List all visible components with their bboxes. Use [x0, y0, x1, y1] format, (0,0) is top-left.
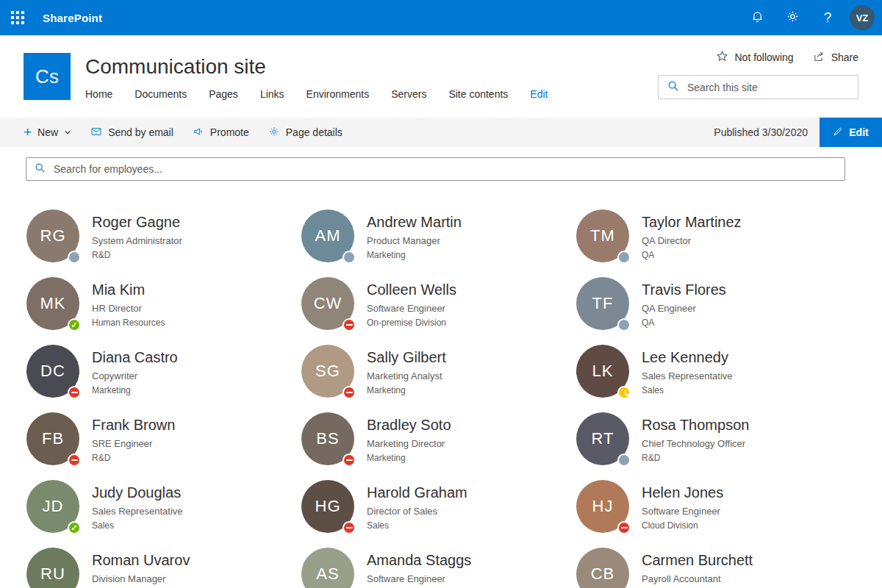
employee-card[interactable]: HJ Helen Jones Software Engineer Cloud D… [576, 480, 851, 548]
employee-card[interactable]: CW Colleen Wells Software Engineer On-pr… [301, 277, 576, 345]
presence-badge-icon [68, 251, 81, 264]
employee-card[interactable]: BS Bradley Soto Marketing Director Marke… [301, 412, 576, 480]
site-search-box[interactable] [658, 75, 858, 99]
employee-department: On-premise Division [367, 318, 456, 328]
site-header: Cs Communication site Home Documents Pag… [0, 35, 882, 118]
site-search-input[interactable] [687, 82, 858, 93]
employee-name: Lee Kennedy [642, 348, 733, 366]
employee-card[interactable]: LK Lee Kennedy Sales Representative Sale… [576, 345, 851, 412]
employee-name: Harold Graham [367, 484, 467, 501]
presence-badge-icon [343, 318, 356, 331]
plus-icon: + [24, 126, 32, 138]
nav-environments[interactable]: Environments [306, 88, 370, 100]
avatar: RU [26, 548, 79, 588]
employee-card[interactable]: FB Frank Brown SRE Engineer R&D [26, 412, 301, 480]
employee-department: R&D [92, 453, 175, 463]
share-button[interactable]: Share [813, 50, 858, 65]
employee-title: Director of Sales [367, 506, 467, 517]
employee-department: Sales [367, 520, 467, 531]
employee-name: Andrew Martin [367, 213, 462, 231]
edit-page-button[interactable]: Edit [820, 118, 882, 147]
employee-title: Sales Representative [92, 506, 183, 517]
presence-badge-icon [343, 251, 356, 264]
employee-department: Marketing [92, 385, 178, 395]
app-launcher-button[interactable] [0, 0, 35, 35]
employee-department: Marketing [367, 385, 446, 395]
employee-title: Copywriter [92, 370, 178, 381]
employee-title: QA Director [642, 235, 742, 246]
notifications-button[interactable] [739, 0, 775, 35]
avatar: CB [576, 548, 629, 588]
app-name: SharePoint [43, 12, 102, 24]
nav-documents[interactable]: Documents [135, 88, 187, 100]
promote-button[interactable]: Promote [193, 126, 249, 140]
employee-directory: RG Roger Gagne System Administrator R&D … [0, 181, 882, 588]
star-icon [716, 50, 728, 65]
published-status: Published 3/30/2020 [714, 126, 808, 138]
employee-title: System Administrator [92, 235, 182, 246]
presence-badge-icon [617, 521, 631, 534]
employee-title: Sales Representative [642, 370, 733, 381]
employee-department: Marketing [367, 453, 451, 463]
employee-search-box[interactable] [26, 157, 845, 181]
presence-badge-icon [617, 318, 631, 331]
nav-home[interactable]: Home [85, 88, 112, 100]
nav-servers[interactable]: Servers [391, 88, 426, 100]
share-label: Share [831, 51, 858, 63]
nav-links[interactable]: Links [260, 88, 284, 100]
employee-title: Software Engineer [642, 506, 723, 517]
new-button[interactable]: + New [24, 126, 71, 138]
employee-card[interactable]: AS Amanda Staggs Software Engineer [301, 548, 576, 588]
employee-title: Payroll Accountant [642, 573, 753, 584]
promote-label: Promote [210, 126, 249, 138]
edit-page-label: Edit [849, 126, 868, 138]
employee-name: Taylor Martinez [642, 213, 742, 231]
employee-card[interactable]: HG Harold Graham Director of Sales Sales [301, 480, 576, 548]
help-button[interactable]: ? [810, 0, 845, 35]
employee-department: Marketing [367, 250, 462, 260]
nav-site-contents[interactable]: Site contents [448, 88, 508, 100]
employee-title: Product Manager [367, 235, 462, 246]
employee-name: Travis Flores [642, 281, 726, 298]
presence-badge-icon [617, 386, 631, 399]
employee-name: Roman Uvarov [92, 551, 190, 569]
settings-button[interactable] [775, 0, 810, 35]
employee-title: Marketing Analyst [367, 370, 446, 381]
site-logo[interactable]: Cs [24, 53, 71, 100]
employee-card[interactable]: RG Roger Gagne System Administrator R&D [26, 209, 301, 277]
page-details-button[interactable]: Page details [268, 126, 343, 140]
employee-department: QA [642, 250, 742, 260]
employee-card[interactable]: RU Roman Uvarov Division Manager [26, 548, 301, 588]
follow-button[interactable]: Not following [716, 50, 793, 65]
send-by-email-button[interactable]: Send by email [90, 126, 173, 140]
nav-edit[interactable]: Edit [530, 88, 548, 100]
employee-card[interactable]: RT Rosa Thompson Chief Technology Office… [576, 412, 851, 480]
employee-department: Human Resources [92, 318, 165, 328]
employee-card[interactable]: TM Taylor Martinez QA Director QA [576, 209, 851, 277]
employee-card[interactable]: TF Travis Flores QA Engineer QA [576, 277, 851, 345]
account-avatar[interactable]: VZ [850, 5, 875, 30]
presence-badge-icon [343, 521, 356, 534]
employee-name: Diana Castro [92, 348, 178, 366]
search-icon [35, 162, 46, 176]
mail-icon [90, 126, 102, 140]
employee-name: Carmen Burchett [642, 551, 753, 569]
employee-name: Mia Kim [92, 281, 165, 298]
gear-icon [268, 126, 280, 140]
presence-badge-icon [617, 453, 631, 467]
employee-title: SRE Engineer [92, 438, 175, 449]
nav-pages[interactable]: Pages [209, 88, 238, 100]
employee-card[interactable]: DC Diana Castro Copywriter Marketing [26, 345, 301, 412]
employee-card[interactable]: SG Sally Gilbert Marketing Analyst Marke… [301, 345, 576, 412]
search-icon [667, 80, 679, 95]
employee-card[interactable]: JD Judy Douglas Sales Representative Sal… [26, 480, 301, 548]
employee-search-input[interactable] [54, 163, 845, 175]
employee-card[interactable]: CB Carmen Burchett Payroll Accountant [576, 548, 851, 588]
employee-name: Bradley Soto [367, 416, 451, 434]
employee-card[interactable]: MK Mia Kim HR Director Human Resources [26, 277, 301, 345]
help-icon: ? [824, 10, 832, 26]
presence-badge-icon [343, 386, 356, 399]
waffle-icon [11, 11, 24, 24]
employee-card[interactable]: AM Andrew Martin Product Manager Marketi… [301, 209, 576, 277]
share-icon [813, 50, 825, 65]
